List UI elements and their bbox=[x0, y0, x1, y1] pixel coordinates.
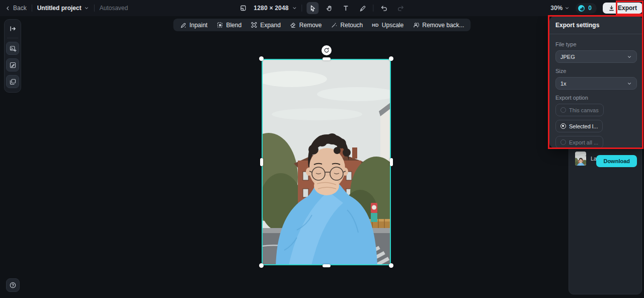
back-label: Back bbox=[13, 5, 27, 12]
canvas-size-selector[interactable]: 1280 × 2048 bbox=[254, 5, 297, 12]
remove-background-icon bbox=[413, 22, 419, 28]
collapse-right-icon bbox=[9, 25, 16, 32]
selected-image-layer[interactable] bbox=[262, 59, 391, 265]
layers-button[interactable] bbox=[6, 75, 19, 88]
remove-background-label: Remove back... bbox=[422, 22, 464, 29]
hand-icon bbox=[326, 5, 333, 12]
chevron-left-icon bbox=[5, 6, 11, 11]
editor-app: Back Untitled project Autosaved 1280 × 2… bbox=[0, 0, 644, 298]
chevron-down-icon bbox=[84, 6, 89, 11]
canvas-action-toolbar: Inpaint Blend Expand Remove Retouch bbox=[173, 19, 470, 31]
text-tool-button[interactable] bbox=[340, 2, 352, 14]
project-name-menu[interactable]: Untitled project bbox=[37, 5, 89, 12]
brush-tool-button[interactable] bbox=[357, 2, 369, 14]
resize-handle-top-right[interactable] bbox=[389, 56, 393, 61]
help-button[interactable] bbox=[6, 278, 20, 292]
top-bar-right: 30% 0 Export bbox=[550, 0, 642, 16]
divider bbox=[32, 5, 32, 12]
export-option-group: This canvas Selected l... Export all ... bbox=[555, 104, 637, 148]
remove-label: Remove bbox=[299, 22, 322, 29]
resize-handle-top-left[interactable] bbox=[259, 56, 264, 61]
remove-button[interactable]: Remove bbox=[285, 19, 327, 31]
file-type-select[interactable]: JPEG bbox=[555, 50, 637, 63]
hand-tool-button[interactable] bbox=[324, 2, 336, 14]
upscale-button[interactable]: HD Upscale bbox=[367, 19, 408, 31]
top-bar: Back Untitled project Autosaved 1280 × 2… bbox=[0, 0, 644, 16]
expand-icon bbox=[251, 22, 257, 28]
rotate-icon bbox=[324, 47, 330, 53]
resize-handle-bottom[interactable] bbox=[323, 264, 331, 267]
inpaint-button[interactable]: Inpaint bbox=[175, 19, 212, 31]
remove-background-button[interactable]: Remove back... bbox=[408, 19, 468, 31]
option-export-all[interactable]: Export all ... bbox=[555, 136, 603, 148]
export-button[interactable]: Export bbox=[603, 3, 642, 14]
edit-canvas-button[interactable] bbox=[6, 58, 19, 71]
inpaint-icon bbox=[180, 22, 186, 28]
canvas-size-icon[interactable] bbox=[237, 2, 249, 14]
canvas-size-value: 1280 × 2048 bbox=[254, 5, 288, 12]
chevron-down-icon bbox=[627, 54, 632, 59]
resize-handle-top[interactable] bbox=[323, 57, 331, 60]
expand-label: Expand bbox=[260, 22, 281, 29]
undo-button[interactable] bbox=[378, 2, 390, 14]
blend-icon bbox=[216, 22, 223, 28]
redo-icon bbox=[397, 5, 405, 12]
top-bar-left: Back Untitled project Autosaved bbox=[5, 0, 128, 16]
size-value: 1x bbox=[560, 81, 567, 87]
rotate-handle[interactable] bbox=[321, 45, 332, 55]
chevron-down-icon bbox=[565, 6, 570, 11]
zoom-level-selector[interactable]: 30% bbox=[550, 5, 570, 12]
top-bar-center: 1280 × 2048 bbox=[237, 0, 407, 16]
upscale-label: Upscale bbox=[382, 22, 404, 29]
blend-label: Blend bbox=[226, 22, 242, 29]
size-label: Size bbox=[555, 68, 637, 74]
size-select[interactable]: 1x bbox=[555, 77, 637, 90]
hd-icon: HD bbox=[372, 23, 379, 28]
resize-handle-bottom-left[interactable] bbox=[259, 263, 264, 268]
inpaint-label: Inpaint bbox=[189, 22, 207, 29]
left-toolbar bbox=[4, 19, 21, 93]
export-settings-panel: Export settings File type JPEG Size 1x E… bbox=[549, 16, 643, 148]
frame-pen-icon bbox=[9, 61, 17, 69]
option-label: Selected l... bbox=[569, 123, 598, 129]
select-tool-button[interactable] bbox=[307, 2, 319, 14]
expand-sidebar-button[interactable] bbox=[7, 23, 19, 34]
resize-handle-bottom-right[interactable] bbox=[389, 263, 393, 268]
option-this-canvas[interactable]: This canvas bbox=[555, 104, 604, 116]
divider bbox=[7, 38, 18, 38]
expand-button[interactable]: Expand bbox=[246, 19, 285, 31]
back-button[interactable]: Back bbox=[5, 5, 27, 12]
eraser-icon bbox=[290, 22, 296, 28]
radio-selected-icon bbox=[560, 123, 566, 129]
resize-handle-right[interactable] bbox=[390, 158, 393, 166]
divider bbox=[373, 5, 374, 12]
add-image-button[interactable] bbox=[6, 42, 19, 55]
credits-badge[interactable]: 0 bbox=[576, 3, 597, 14]
file-type-value: JPEG bbox=[560, 54, 575, 60]
download-button[interactable]: Download bbox=[596, 155, 637, 167]
file-type-label: File type bbox=[555, 41, 637, 47]
chevron-down-icon bbox=[292, 6, 297, 11]
export-settings-title: Export settings bbox=[549, 16, 643, 34]
undo-icon bbox=[381, 5, 388, 12]
retouch-button[interactable]: Retouch bbox=[327, 19, 368, 31]
zoom-level-value: 30% bbox=[550, 5, 562, 12]
radio-icon bbox=[560, 139, 566, 145]
help-icon bbox=[9, 281, 17, 289]
credits-icon bbox=[578, 5, 585, 12]
option-label: This canvas bbox=[569, 107, 599, 113]
blend-button[interactable]: Blend bbox=[212, 19, 246, 31]
image-plus-icon bbox=[9, 45, 17, 52]
redo-button[interactable] bbox=[395, 2, 407, 14]
option-label: Export all ... bbox=[569, 139, 598, 145]
wand-icon bbox=[331, 22, 338, 28]
brush-icon bbox=[359, 5, 366, 12]
text-icon bbox=[343, 5, 350, 12]
retouch-label: Retouch bbox=[341, 22, 363, 29]
chevron-down-icon bbox=[627, 81, 632, 86]
cursor-icon bbox=[309, 5, 316, 12]
photo-portrait bbox=[262, 59, 391, 265]
export-option-label: Export option bbox=[555, 95, 637, 101]
resize-handle-left[interactable] bbox=[260, 158, 263, 166]
option-selected-layer[interactable]: Selected l... bbox=[555, 120, 603, 132]
